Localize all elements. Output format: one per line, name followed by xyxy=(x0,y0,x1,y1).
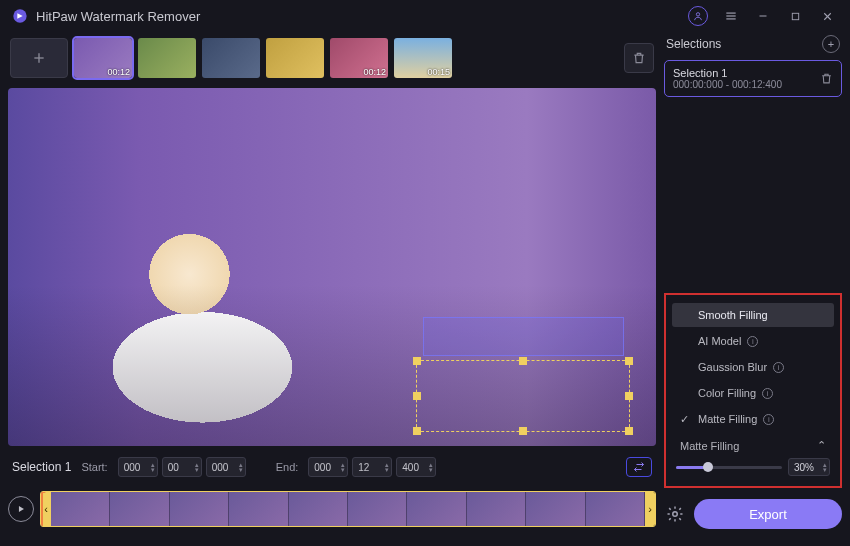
val: 30% xyxy=(794,462,814,473)
spinner-icon[interactable]: ▴▾ xyxy=(239,462,243,472)
timeline-frame xyxy=(229,492,288,526)
val: 12 xyxy=(358,462,369,473)
chevron-up-icon: ⌃ xyxy=(817,439,826,452)
val: 400 xyxy=(402,462,419,473)
end-min-input[interactable]: 000▴▾ xyxy=(308,457,348,477)
slider-thumb[interactable] xyxy=(703,462,713,472)
bottom-row: Export xyxy=(664,496,842,532)
add-selection-button[interactable]: + xyxy=(822,35,840,53)
play-button[interactable] xyxy=(8,496,34,522)
resize-handle[interactable] xyxy=(625,392,633,400)
start-label: Start: xyxy=(81,461,107,473)
matte-sub-header[interactable]: Matte Filling ⌃ xyxy=(676,437,830,454)
thumbnail-2[interactable] xyxy=(138,38,196,78)
matte-slider[interactable] xyxy=(676,466,782,469)
info-icon[interactable]: i xyxy=(762,388,773,399)
preview-canvas[interactable] xyxy=(8,88,656,446)
timeline[interactable]: ‹ › xyxy=(40,491,656,527)
end-ms-input[interactable]: 400▴▾ xyxy=(396,457,436,477)
thumbnail-1[interactable]: 00:12 xyxy=(74,38,132,78)
info-icon[interactable]: i xyxy=(763,414,774,425)
resize-handle[interactable] xyxy=(625,357,633,365)
resize-handle[interactable] xyxy=(413,357,421,365)
val: 000 xyxy=(124,462,141,473)
thumb-time: 00:12 xyxy=(363,67,386,77)
selection-range: 000:00:000 - 000:12:400 xyxy=(673,79,782,90)
end-label: End: xyxy=(276,461,299,473)
selection-ghost xyxy=(423,317,624,356)
mode-label: Color Filling xyxy=(698,387,756,399)
start-min-input[interactable]: 000▴▾ xyxy=(118,457,158,477)
app-title: HitPaw Watermark Remover xyxy=(36,9,200,24)
fill-modes-panel: Smooth Filling AI Model i Gaussion Blur … xyxy=(664,293,842,488)
thumbnail-3[interactable] xyxy=(202,38,260,78)
spinner-icon[interactable]: ▴▾ xyxy=(385,462,389,472)
timeline-frames xyxy=(51,492,645,526)
matte-sub-label: Matte Filling xyxy=(680,440,739,452)
resize-handle[interactable] xyxy=(413,392,421,400)
val: 000 xyxy=(314,462,331,473)
selections-title: Selections xyxy=(666,37,721,51)
timeline-frame xyxy=(289,492,348,526)
export-button[interactable]: Export xyxy=(694,499,842,529)
matte-percent-input[interactable]: 30%▴▾ xyxy=(788,458,830,476)
mode-label: Matte Filling xyxy=(698,413,757,425)
mode-label: Gaussion Blur xyxy=(698,361,767,373)
timeline-frame xyxy=(526,492,585,526)
menu-icon[interactable] xyxy=(716,2,746,30)
end-sec-input[interactable]: 12▴▾ xyxy=(352,457,392,477)
mode-smooth-filling[interactable]: Smooth Filling xyxy=(672,303,834,327)
mode-label: AI Model xyxy=(698,335,741,347)
selection-label: Selection 1 xyxy=(12,460,71,474)
start-sec-input[interactable]: 00▴▾ xyxy=(162,457,202,477)
playhead[interactable] xyxy=(41,491,43,527)
add-media-button[interactable] xyxy=(10,38,68,78)
resize-handle[interactable] xyxy=(413,427,421,435)
spinner-icon[interactable]: ▴▾ xyxy=(823,462,827,472)
minimize-button[interactable] xyxy=(748,2,778,30)
info-icon[interactable]: i xyxy=(747,336,758,347)
resize-handle[interactable] xyxy=(519,357,527,365)
mode-label: Smooth Filling xyxy=(698,309,768,321)
resize-handle[interactable] xyxy=(519,427,527,435)
account-icon[interactable] xyxy=(688,6,708,26)
mode-color-filling[interactable]: Color Filling i xyxy=(672,381,834,405)
selection-rect[interactable] xyxy=(416,360,630,432)
spinner-icon[interactable]: ▴▾ xyxy=(195,462,199,472)
maximize-button[interactable] xyxy=(780,2,810,30)
timeline-handle-right[interactable]: › xyxy=(645,492,655,526)
settings-button[interactable] xyxy=(664,503,686,525)
spinner-icon[interactable]: ▴▾ xyxy=(429,462,433,472)
start-ms-input[interactable]: 000▴▾ xyxy=(206,457,246,477)
swap-button[interactable] xyxy=(626,457,652,477)
thumbnail-5[interactable]: 00:12 xyxy=(330,38,388,78)
info-icon[interactable]: i xyxy=(773,362,784,373)
timeline-frame xyxy=(51,492,110,526)
timeline-frame xyxy=(467,492,526,526)
titlebar-controls xyxy=(688,2,842,30)
timeline-frame xyxy=(170,492,229,526)
thumb-time: 00:12 xyxy=(107,67,130,77)
start-time-fields: 000▴▾ 00▴▾ 000▴▾ xyxy=(118,457,246,477)
export-label: Export xyxy=(749,507,787,522)
close-button[interactable] xyxy=(812,2,842,30)
selection-name: Selection 1 xyxy=(673,67,782,79)
thumbnail-6[interactable]: 00:15 xyxy=(394,38,452,78)
mode-ai-model[interactable]: AI Model i xyxy=(672,329,834,353)
mode-gaussian-blur[interactable]: Gaussion Blur i xyxy=(672,355,834,379)
selections-header: Selections + xyxy=(664,32,842,56)
svg-rect-6 xyxy=(792,13,798,19)
delete-selection-button[interactable] xyxy=(820,72,833,85)
spinner-icon[interactable]: ▴▾ xyxy=(341,462,345,472)
check-icon: ✓ xyxy=(680,413,692,426)
spinner-icon[interactable]: ▴▾ xyxy=(151,462,155,472)
selection-card-text: Selection 1 000:00:000 - 000:12:400 xyxy=(673,67,782,90)
timeline-frame xyxy=(407,492,466,526)
matte-sub-panel: Matte Filling ⌃ 30%▴▾ xyxy=(672,437,834,476)
resize-handle[interactable] xyxy=(625,427,633,435)
time-controls: Selection 1 Start: 000▴▾ 00▴▾ 000▴▾ End:… xyxy=(8,452,656,482)
thumbnail-4[interactable] xyxy=(266,38,324,78)
delete-media-button[interactable] xyxy=(624,43,654,73)
mode-matte-filling[interactable]: ✓ Matte Filling i xyxy=(672,407,834,431)
selection-card[interactable]: Selection 1 000:00:000 - 000:12:400 xyxy=(664,60,842,97)
